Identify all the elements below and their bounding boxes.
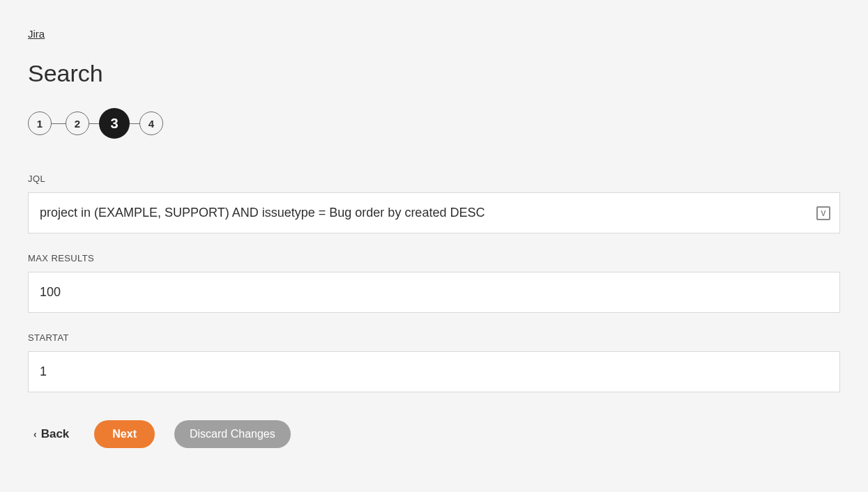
input-max-results[interactable] (28, 272, 840, 313)
breadcrumb-jira[interactable]: Jira (28, 28, 45, 40)
step-4[interactable]: 4 (139, 112, 163, 135)
field-jql: JQL V (28, 174, 840, 233)
field-max-results: MAX RESULTS (28, 253, 840, 313)
step-connector (89, 123, 99, 124)
field-start-at: STARTAT (28, 332, 840, 392)
step-3-active[interactable]: 3 (99, 108, 130, 139)
label-start-at: STARTAT (28, 332, 840, 343)
step-connector (130, 123, 139, 124)
label-max-results: MAX RESULTS (28, 253, 840, 263)
input-jql[interactable] (28, 192, 840, 233)
step-connector (52, 123, 66, 124)
variable-icon[interactable]: V (816, 206, 830, 220)
discard-button[interactable]: Discard Changes (174, 420, 291, 448)
button-row: ‹ Back Next Discard Changes (28, 420, 840, 448)
page-title: Search (28, 60, 840, 87)
step-1[interactable]: 1 (28, 112, 52, 135)
back-button[interactable]: ‹ Back (28, 423, 75, 445)
label-jql: JQL (28, 174, 840, 184)
input-start-at[interactable] (28, 351, 840, 392)
stepper: 1 2 3 4 (28, 108, 840, 139)
chevron-left-icon: ‹ (33, 429, 37, 440)
step-2[interactable]: 2 (66, 112, 89, 135)
back-button-label: Back (41, 427, 70, 441)
next-button[interactable]: Next (94, 420, 155, 448)
